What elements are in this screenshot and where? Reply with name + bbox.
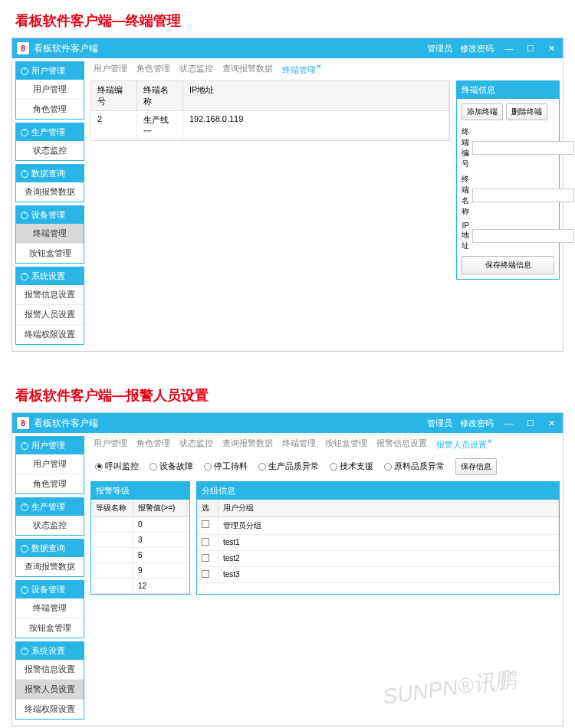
sidebar-item[interactable]: 按钮盒管理: [16, 244, 84, 263]
sidebar-item[interactable]: 报警信息设置: [16, 285, 84, 305]
table-row[interactable]: 0: [91, 517, 189, 533]
menu-header[interactable]: ⌃设备管理: [16, 581, 84, 598]
table-row[interactable]: 2生产线一192.168.0.119: [90, 111, 450, 141]
radio-label: 技术支援: [340, 461, 373, 472]
change-password-link[interactable]: 修改密码: [460, 43, 494, 54]
ip-input[interactable]: [472, 229, 574, 243]
cell: test1: [219, 535, 559, 550]
radio-option[interactable]: 原料品质异常: [384, 461, 445, 472]
sidebar-item[interactable]: 状态监控: [16, 141, 84, 160]
radio-option[interactable]: 技术支援: [330, 461, 373, 472]
menu-header[interactable]: ⌃系统设置: [16, 267, 84, 285]
sidebar-item[interactable]: 报警人员设置: [16, 680, 84, 700]
change-password-link[interactable]: 修改密码: [460, 418, 494, 429]
checkbox[interactable]: [202, 520, 209, 528]
table-row[interactable]: 管理员分组: [197, 517, 559, 535]
checkbox[interactable]: [202, 538, 209, 546]
cell: 6: [133, 548, 187, 562]
radio-option[interactable]: 设备故障: [150, 461, 193, 472]
tab[interactable]: 角色管理: [136, 63, 170, 76]
tab[interactable]: 按钮盒管理: [325, 438, 367, 451]
sidebar-item[interactable]: 角色管理: [16, 100, 84, 119]
sidebar-item[interactable]: 报警信息设置: [16, 660, 84, 680]
tab[interactable]: 报警人员设置✕: [436, 438, 493, 451]
tab[interactable]: 查询报警数据: [222, 63, 273, 76]
cell: [91, 533, 133, 547]
panel-title: 分组信息: [197, 482, 559, 500]
menu-header[interactable]: ⌃系统设置: [16, 642, 84, 660]
sidebar-item[interactable]: 终端管理: [16, 598, 84, 618]
table-row[interactable]: test1: [197, 535, 559, 551]
terminal-table: 终端编号终端名称IP地址 2生产线一192.168.0.119: [90, 80, 450, 280]
minimize-button[interactable]: —: [501, 44, 516, 53]
radio-icon: [258, 463, 266, 471]
app-title: 看板软件客户端: [34, 417, 427, 430]
tab[interactable]: 终端管理: [282, 438, 316, 451]
menu-header[interactable]: ⌃用户管理: [16, 437, 84, 454]
admin-link[interactable]: 管理员: [427, 43, 452, 54]
close-icon[interactable]: ✕: [316, 63, 322, 71]
sidebar-item[interactable]: 用户管理: [16, 454, 84, 474]
tab[interactable]: 报警信息设置: [376, 438, 427, 451]
app-title: 看板软件客户端: [34, 42, 427, 55]
admin-link[interactable]: 管理员: [427, 418, 452, 429]
sidebar-item[interactable]: 终端管理: [16, 224, 84, 244]
checkbox[interactable]: [202, 554, 209, 562]
sidebar-item[interactable]: 用户管理: [16, 80, 84, 100]
table-row[interactable]: test3: [197, 567, 559, 583]
maximize-button[interactable]: ☐: [524, 44, 537, 54]
sidebar-item[interactable]: 查询报警数据: [16, 557, 84, 576]
table-row[interactable]: 12: [91, 579, 189, 594]
tab[interactable]: 终端管理✕: [282, 63, 322, 76]
radio-icon: [150, 463, 157, 471]
cell: 12: [133, 579, 187, 593]
tab[interactable]: 角色管理: [136, 438, 170, 451]
radio-option[interactable]: 生产品质异常: [258, 461, 319, 472]
tab[interactable]: 用户管理: [94, 63, 127, 76]
radio-option[interactable]: 停工待料: [204, 461, 248, 472]
tab[interactable]: 状态监控: [179, 438, 213, 451]
tab[interactable]: 用户管理: [94, 438, 127, 451]
checkbox[interactable]: [202, 570, 209, 578]
close-button[interactable]: ✕: [545, 418, 558, 428]
close-icon[interactable]: ✕: [487, 438, 493, 445]
menu-header[interactable]: ⌃用户管理: [16, 62, 84, 80]
cell: test2: [219, 551, 559, 566]
save-terminal-button[interactable]: 保存终端信息: [462, 256, 554, 274]
menu-header[interactable]: ⌃生产管理: [16, 123, 84, 141]
column-header: 终端名称: [137, 81, 183, 110]
tab[interactable]: 查询报警数据: [222, 438, 273, 451]
close-button[interactable]: ✕: [545, 44, 558, 54]
tab[interactable]: 状态监控: [179, 63, 213, 76]
section-title-2: 看板软件客户端—报警人员设置: [0, 375, 575, 412]
table-row[interactable]: 9: [91, 563, 189, 579]
collapse-icon: ⌃: [21, 648, 28, 655]
menu-header[interactable]: ⌃生产管理: [16, 498, 84, 516]
save-info-button[interactable]: 保存信息: [455, 458, 497, 475]
cell: test3: [219, 567, 559, 582]
terminal-id-input[interactable]: [472, 141, 574, 155]
radio-option[interactable]: 呼叫监控: [95, 461, 139, 472]
minimize-button[interactable]: —: [501, 418, 516, 428]
sidebar-item[interactable]: 查询报警数据: [16, 182, 84, 202]
sidebar-item[interactable]: 状态监控: [16, 516, 84, 535]
sidebar-item[interactable]: 按钮盒管理: [16, 618, 84, 638]
table-row[interactable]: 6: [91, 548, 189, 563]
cell: 192.168.0.119: [183, 111, 449, 140]
table-row[interactable]: 3: [91, 533, 189, 548]
sidebar-item[interactable]: 报警人员设置: [16, 305, 84, 325]
menu-header[interactable]: ⌃数据查询: [16, 539, 84, 557]
table-row[interactable]: test2: [197, 551, 559, 567]
add-terminal-button[interactable]: 添加终端: [462, 103, 503, 120]
menu-header[interactable]: ⌃数据查询: [16, 165, 84, 182]
maximize-button[interactable]: ☐: [524, 418, 537, 428]
terminal-name-input[interactable]: [472, 189, 574, 202]
radio-label: 生产品质异常: [268, 461, 319, 472]
sidebar-item[interactable]: 角色管理: [16, 474, 84, 494]
cell: 3: [133, 533, 187, 547]
menu-header[interactable]: ⌃设备管理: [16, 206, 84, 224]
sidebar-item[interactable]: 终端权限设置: [16, 700, 84, 719]
radio-icon: [204, 463, 212, 471]
delete-terminal-button[interactable]: 删除终端: [506, 103, 547, 120]
sidebar-item[interactable]: 终端权限设置: [16, 325, 84, 344]
